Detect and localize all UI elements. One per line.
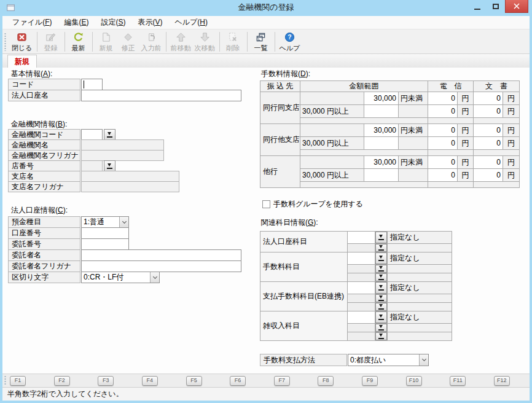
fee-doc-input[interactable]: 0 bbox=[474, 169, 503, 182]
related-code-input[interactable] bbox=[348, 311, 375, 324]
related-lookup-button[interactable] bbox=[375, 294, 387, 302]
fee-over-amount-input[interactable] bbox=[364, 137, 399, 150]
fkey-f4[interactable]: F4 bbox=[142, 376, 158, 386]
section-heading-basic: 基本情報(A): bbox=[11, 69, 52, 79]
branch-number-lookup-button[interactable] bbox=[104, 160, 115, 171]
fee-over-amount-input[interactable] bbox=[364, 105, 399, 118]
lookup-icon bbox=[378, 315, 384, 320]
related-lookup-button[interactable] bbox=[375, 303, 387, 311]
fee-over-amount-input[interactable] bbox=[364, 169, 399, 182]
fkey-f3[interactable]: F3 bbox=[98, 376, 114, 386]
delimiter-select[interactable]: 0:CR・LF付 bbox=[81, 272, 160, 283]
fkey-f9[interactable]: F9 bbox=[362, 376, 378, 386]
related-row: 雑収入科目 指定なし bbox=[260, 311, 452, 324]
close-icon bbox=[514, 3, 520, 9]
bank-kana-input bbox=[81, 150, 164, 161]
consignor-name-input[interactable] bbox=[81, 249, 241, 261]
close-button[interactable] bbox=[505, 0, 528, 13]
fee-tele-input[interactable]: 0 bbox=[428, 137, 458, 150]
fee-tele-input[interactable]: 0 bbox=[428, 169, 458, 182]
fee-under-amount-input[interactable]: 30,000 bbox=[364, 92, 399, 105]
client-area: ファイル(F) 編集(E) 設定(S) 表示(V) ヘルプ(H) 閉じる 登録 … bbox=[2, 16, 530, 401]
fee-tele-input[interactable]: 0 bbox=[428, 156, 458, 169]
toolbar-close-button[interactable]: 閉じる bbox=[10, 30, 34, 53]
toolbar-help-button[interactable]: ? ヘルプ bbox=[278, 30, 302, 53]
minimize-button[interactable] bbox=[468, 0, 487, 13]
fee-row: 他行 30,000 円未満 0 円 0 円 bbox=[260, 156, 520, 169]
related-lookup-button[interactable] bbox=[375, 265, 387, 273]
fkey-f2[interactable]: F2 bbox=[54, 376, 70, 386]
section-heading-account: 法人口座情報(C): bbox=[11, 205, 68, 216]
fkey-f6[interactable]: F6 bbox=[230, 376, 246, 386]
related-lookup-button[interactable] bbox=[375, 244, 387, 252]
related-lookup-button[interactable] bbox=[375, 282, 387, 294]
bank-code-input[interactable] bbox=[81, 129, 103, 140]
lookup-icon bbox=[378, 285, 384, 291]
bank-name-label: 金融機関名 bbox=[8, 139, 80, 151]
fee-doc-input[interactable]: 0 bbox=[474, 124, 503, 137]
menu-settings[interactable]: 設定(S) bbox=[95, 16, 131, 29]
fee-group-checkbox[interactable] bbox=[262, 200, 270, 208]
revert-icon bbox=[146, 31, 157, 43]
bank-code-label: 金融機関コード bbox=[8, 129, 80, 140]
field-row-bank-name: 金融機関名 bbox=[8, 139, 164, 151]
fee-tele-input[interactable]: 0 bbox=[428, 124, 458, 137]
consignment-number-label: 委託番号 bbox=[8, 238, 80, 250]
toolbar-refresh-button[interactable]: 最新 bbox=[68, 30, 90, 53]
corporate-account-name-input[interactable] bbox=[81, 90, 241, 101]
fkey-f1[interactable]: F1 bbox=[10, 376, 26, 386]
related-subject-name bbox=[388, 303, 452, 311]
related-lookup-button[interactable] bbox=[375, 273, 387, 281]
lookup-icon bbox=[107, 163, 112, 169]
fkey-f10[interactable]: F10 bbox=[406, 376, 422, 386]
fkey-f12[interactable]: F12 bbox=[494, 376, 510, 386]
fee-doc-input[interactable]: 0 bbox=[474, 105, 503, 118]
modify-icon bbox=[122, 31, 134, 43]
section-heading-fees: 手数料情報(D): bbox=[261, 69, 310, 79]
fee-tele-input[interactable]: 0 bbox=[428, 105, 458, 118]
fkey-f11[interactable]: F11 bbox=[450, 376, 466, 386]
consignor-kana-input[interactable] bbox=[81, 260, 241, 272]
fee-table: 振 込 先 金額範囲 電 信 文 書 同行同支店 30,000 円未満 0 円 … bbox=[260, 80, 520, 188]
related-code-input[interactable] bbox=[348, 232, 375, 244]
fee-under-amount-input[interactable]: 30,000 bbox=[364, 156, 399, 169]
menu-help[interactable]: ヘルプ(H) bbox=[169, 16, 214, 29]
fkey-f5[interactable]: F5 bbox=[186, 376, 202, 386]
payment-method-select[interactable]: 0:都度払い bbox=[348, 354, 429, 366]
fee-under-amount-input[interactable]: 30,000 bbox=[364, 124, 399, 137]
account-number-label: 口座番号 bbox=[8, 227, 80, 239]
menu-file[interactable]: ファイル(F) bbox=[6, 16, 58, 29]
chevron-down-icon bbox=[119, 217, 128, 227]
fee-doc-input[interactable]: 0 bbox=[474, 137, 503, 150]
fee-doc-input[interactable]: 0 bbox=[474, 156, 503, 169]
toolbar-list-button[interactable]: 一覧 bbox=[250, 30, 272, 53]
fkey-f8[interactable]: F8 bbox=[318, 376, 334, 386]
related-code-input[interactable] bbox=[348, 282, 375, 294]
consignment-number-input[interactable] bbox=[81, 238, 129, 250]
related-lookup-button[interactable] bbox=[375, 311, 387, 323]
account-number-input[interactable] bbox=[81, 227, 129, 239]
deposit-type-label: 預金種目 bbox=[8, 216, 80, 228]
lookup-icon bbox=[378, 256, 384, 261]
related-lookup-button[interactable] bbox=[375, 252, 387, 264]
related-row: 支払手数料科目(EB連携) 指定なし bbox=[260, 282, 452, 294]
menu-edit[interactable]: 編集(E) bbox=[58, 16, 95, 29]
maximize-button[interactable] bbox=[487, 0, 505, 13]
fkey-f7[interactable]: F7 bbox=[274, 376, 290, 386]
code-input[interactable] bbox=[81, 79, 103, 90]
corporate-account-name-label: 法人口座名 bbox=[8, 90, 80, 101]
fee-doc-input[interactable]: 0 bbox=[474, 92, 503, 105]
menu-view[interactable]: 表示(V) bbox=[132, 16, 169, 29]
tab-new[interactable]: 新規 bbox=[7, 55, 37, 68]
fee-tele-input[interactable]: 0 bbox=[428, 92, 458, 105]
related-code-input bbox=[348, 273, 375, 282]
lookup-icon bbox=[378, 245, 384, 251]
related-lookup-button[interactable] bbox=[375, 232, 387, 243]
bank-code-lookup-button[interactable] bbox=[104, 129, 115, 140]
branch-number-label: 店番号 bbox=[8, 160, 80, 171]
related-code-input[interactable] bbox=[348, 252, 375, 265]
payment-method-label: 手数料支払方法 bbox=[260, 354, 347, 366]
related-lookup-button[interactable] bbox=[375, 332, 387, 340]
related-lookup-button[interactable] bbox=[375, 324, 387, 332]
deposit-type-select[interactable]: 1:普通 bbox=[81, 216, 129, 228]
